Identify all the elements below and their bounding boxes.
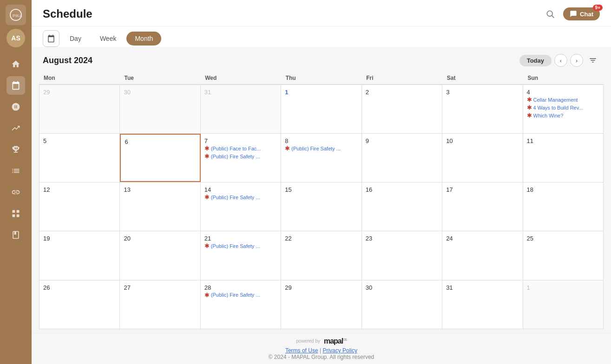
week-row-4: 19 20 21 ✱(Public) Fire Safety ... 22 23… bbox=[39, 231, 604, 280]
cal-cell-aug29[interactable]: 29 bbox=[281, 280, 361, 329]
cal-cell-aug10[interactable]: 10 bbox=[442, 134, 523, 182]
search-button[interactable] bbox=[543, 6, 558, 21]
page-footer: powered by mapalos Terms of Use | Privac… bbox=[32, 333, 611, 364]
calendar-nav: August 2024 Today ‹ › bbox=[32, 47, 611, 72]
cal-cell-aug17[interactable]: 17 bbox=[442, 182, 523, 231]
cal-cell-aug27[interactable]: 27 bbox=[120, 280, 200, 329]
privacy-policy-link[interactable]: Privacy Policy bbox=[322, 347, 357, 354]
cal-event[interactable]: ✱(Public) Fire Safety ... bbox=[204, 292, 277, 299]
cal-cell-aug1[interactable]: 1 bbox=[281, 85, 361, 133]
sidebar-item-calendar[interactable] bbox=[7, 76, 25, 95]
day-header-fri: Fri bbox=[361, 72, 442, 84]
cal-cell-aug14[interactable]: 14 ✱(Public) Fire Safety ... bbox=[201, 182, 281, 231]
sidebar-item-grid[interactable] bbox=[7, 204, 25, 223]
cal-cell-aug16[interactable]: 16 bbox=[362, 182, 442, 231]
footer-logo: powered by mapalos bbox=[35, 337, 607, 345]
cal-cell-aug21[interactable]: 21 ✱(Public) Fire Safety ... bbox=[201, 231, 281, 280]
sidebar-item-trophy[interactable] bbox=[7, 140, 25, 159]
cal-cell-aug11[interactable]: 11 bbox=[523, 134, 604, 182]
cal-cell-aug24[interactable]: 24 bbox=[442, 231, 523, 280]
week-row-2: 5 6 7 ✱(Public) Face to Fac... ✱(Public)… bbox=[39, 134, 604, 182]
cal-date: 13 bbox=[124, 186, 130, 193]
cal-cell-30prev[interactable]: 30 bbox=[120, 85, 200, 133]
cal-cell-aug12[interactable]: 12 bbox=[39, 182, 120, 231]
cal-date: 31 bbox=[204, 89, 211, 96]
sidebar-item-links[interactable] bbox=[7, 183, 25, 202]
next-month-button[interactable]: › bbox=[570, 54, 583, 67]
sidebar-item-trends[interactable] bbox=[7, 119, 25, 137]
day-header-sun: Sun bbox=[523, 72, 604, 84]
calendar-icon-button[interactable] bbox=[43, 30, 59, 47]
cal-event[interactable]: ✱(Public) Fire Safety ... bbox=[285, 145, 357, 152]
filter-button[interactable] bbox=[586, 53, 600, 67]
header-actions: Chat 9+ bbox=[543, 6, 600, 21]
cal-event[interactable]: ✱4 Ways to Build Rev... bbox=[527, 104, 599, 111]
cal-event[interactable]: ✱Which Wine? bbox=[527, 112, 599, 119]
cal-cell-aug2[interactable]: 2 bbox=[362, 85, 442, 133]
sidebar-item-inbox[interactable] bbox=[7, 98, 25, 116]
cal-cell-aug28[interactable]: 28 ✱(Public) Fire Safety ... bbox=[201, 280, 281, 329]
tab-week[interactable]: Week bbox=[92, 32, 125, 46]
cal-cell-sep1[interactable]: 1 bbox=[523, 280, 604, 329]
cal-cell-aug30[interactable]: 30 bbox=[362, 280, 442, 329]
cal-cell-aug20[interactable]: 20 bbox=[120, 231, 200, 280]
cal-cell-aug15[interactable]: 15 bbox=[281, 182, 361, 231]
cal-event[interactable]: ✱(Public) Face to Fac... bbox=[204, 145, 277, 152]
cal-cell-aug18[interactable]: 18 bbox=[523, 182, 604, 231]
terms-of-use-link[interactable]: Terms of Use bbox=[285, 347, 318, 354]
day-header-sat: Sat bbox=[442, 72, 523, 84]
cal-cell-31prev[interactable]: 31 bbox=[201, 85, 281, 133]
cal-cell-aug7[interactable]: 7 ✱(Public) Face to Fac... ✱(Public) Fir… bbox=[201, 134, 281, 182]
tab-month[interactable]: Month bbox=[126, 32, 161, 46]
cal-cell-aug19[interactable]: 19 bbox=[39, 231, 120, 280]
cal-cell-aug5[interactable]: 5 bbox=[39, 134, 120, 182]
day-header-thu: Thu bbox=[281, 72, 362, 84]
cal-date: 28 bbox=[204, 284, 211, 291]
cal-date: 30 bbox=[124, 89, 130, 96]
today-button[interactable]: Today bbox=[519, 55, 552, 66]
svg-line-3 bbox=[552, 16, 554, 18]
cal-cell-aug22[interactable]: 22 bbox=[281, 231, 361, 280]
sidebar-item-list[interactable] bbox=[7, 162, 25, 180]
month-title: August 2024 bbox=[43, 56, 92, 65]
cal-event[interactable]: ✱(Public) Fire Safety ... bbox=[204, 153, 277, 160]
cal-date: 23 bbox=[366, 235, 372, 242]
tab-day[interactable]: Day bbox=[61, 32, 90, 46]
cal-date: 21 bbox=[204, 235, 211, 242]
cal-cell-aug6[interactable]: 6 bbox=[120, 134, 200, 182]
cal-event[interactable]: ✱(Public) Fire Safety ... bbox=[204, 242, 277, 249]
sidebar-item-home[interactable] bbox=[7, 55, 25, 73]
cal-cell-aug23[interactable]: 23 bbox=[362, 231, 442, 280]
cal-date: 20 bbox=[124, 235, 130, 242]
calendar-day-headers: Mon Tue Wed Thu Fri Sat Sun bbox=[39, 72, 604, 84]
cal-event[interactable]: ✱Cellar Management bbox=[527, 96, 599, 103]
cal-cell-aug8[interactable]: 8 ✱(Public) Fire Safety ... bbox=[281, 134, 361, 182]
cal-date: 9 bbox=[366, 137, 369, 144]
main-content: Schedule Chat 9+ Day Week Month August 2… bbox=[32, 0, 611, 364]
page-header: Schedule Chat 9+ bbox=[32, 0, 611, 26]
cal-date: 22 bbox=[285, 235, 291, 242]
cal-cell-aug26[interactable]: 26 bbox=[39, 280, 120, 329]
chat-button[interactable]: Chat 9+ bbox=[563, 7, 600, 20]
sidebar-item-book[interactable] bbox=[7, 226, 25, 244]
cal-date: 25 bbox=[527, 235, 533, 242]
day-header-wed: Wed bbox=[200, 72, 281, 84]
copyright-text: © 2024 - MAPAL Group. All rights reserve… bbox=[35, 354, 607, 360]
cal-cell-aug13[interactable]: 13 bbox=[120, 182, 200, 231]
calendar-body: 29 30 31 1 2 3 4 ✱Cellar Management ✱4 W… bbox=[39, 84, 604, 329]
cal-cell-aug9[interactable]: 9 bbox=[362, 134, 442, 182]
cal-cell-aug25[interactable]: 25 bbox=[523, 231, 604, 280]
cal-cell-29prev[interactable]: 29 bbox=[39, 85, 120, 133]
svg-point-2 bbox=[547, 11, 552, 16]
footer-links: Terms of Use | Privacy Policy bbox=[35, 347, 607, 354]
cal-cell-aug3[interactable]: 3 bbox=[442, 85, 523, 133]
cal-date: 29 bbox=[285, 284, 291, 291]
cal-date: 11 bbox=[527, 137, 533, 144]
prev-month-button[interactable]: ‹ bbox=[554, 54, 567, 67]
cal-cell-aug4[interactable]: 4 ✱Cellar Management ✱4 Ways to Build Re… bbox=[523, 85, 604, 133]
cal-date: 6 bbox=[125, 138, 128, 145]
cal-cell-aug31[interactable]: 31 bbox=[442, 280, 523, 329]
user-avatar[interactable]: AS bbox=[7, 29, 25, 47]
cal-date: 30 bbox=[366, 284, 372, 291]
cal-event[interactable]: ✱(Public) Fire Safety ... bbox=[204, 194, 277, 201]
